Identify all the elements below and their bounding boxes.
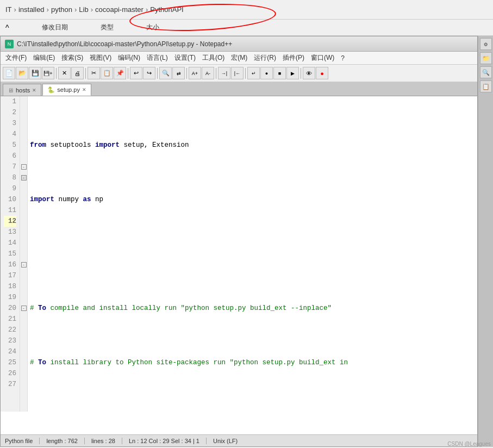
- line-num-2: 2: [4, 107, 16, 118]
- line-num-16: 16: [4, 259, 16, 270]
- menu-run[interactable]: 运行(R): [251, 52, 279, 64]
- toolbar-print[interactable]: 🖨: [71, 67, 84, 79]
- breadcrumb-pythonapi[interactable]: PythonAPI: [150, 5, 183, 14]
- toolbar-macro-play[interactable]: ▶: [286, 67, 299, 79]
- toolbar-sep-8: [301, 68, 301, 79]
- breadcrumb-sep-3: ›: [74, 5, 77, 14]
- right-panel-btn-1[interactable]: ⚙: [480, 38, 492, 50]
- fold-7[interactable]: -: [20, 161, 27, 172]
- toolbar-sep-1: [56, 68, 57, 79]
- toolbar-save-all[interactable]: 💾+: [42, 67, 54, 79]
- breadcrumb-cocoapi[interactable]: cocoapi-master: [95, 5, 143, 14]
- breadcrumb-sep-4: ›: [91, 5, 93, 14]
- tab-setup-label: setup.py: [57, 86, 80, 93]
- code-area: 1 2 3 4 5 6 7 8 9 10 11 12 13 14 15 16 1…: [1, 96, 477, 412]
- menu-help[interactable]: ?: [338, 53, 347, 63]
- menu-language[interactable]: 语言(L): [144, 52, 171, 64]
- breadcrumb-sep-1: ›: [14, 5, 16, 14]
- line-num-24: 24: [4, 346, 16, 357]
- line-num-3: 3: [4, 118, 16, 129]
- npp-status-bar: Python file length : 762 lines : 28 Ln :…: [1, 434, 477, 446]
- toolbar-redo[interactable]: ↪: [143, 67, 155, 79]
- menu-plugins[interactable]: 插件(P): [280, 52, 307, 64]
- line-num-20: 20: [4, 303, 16, 314]
- menu-view[interactable]: 视图(V): [87, 52, 114, 64]
- code-line-5: # To install library to Python site-pack…: [30, 357, 477, 368]
- toolbar-wrap[interactable]: ↵: [247, 67, 260, 79]
- toolbar-macro-stop[interactable]: ■: [273, 67, 286, 79]
- right-panel-btn-2[interactable]: 📁: [480, 52, 492, 64]
- breadcrumb-it[interactable]: IT: [5, 5, 12, 14]
- file-explorer-toolbar: ^ 修改日期 类型 大小: [0, 20, 493, 36]
- npp-tabs: 🖥 hosts ✕ 🐍 setup.py ✕: [1, 82, 477, 96]
- menu-macro[interactable]: 宏(M): [228, 52, 250, 64]
- file-explorer-header: IT › installed › python › Lib › cocoapi-…: [0, 0, 493, 20]
- toolbar-cut[interactable]: ✂: [88, 67, 100, 79]
- toolbar-paste[interactable]: 📌: [114, 67, 126, 79]
- menu-file[interactable]: 文件(F): [3, 52, 29, 64]
- toolbar-new[interactable]: 📄: [3, 67, 15, 79]
- code-line-1: from setuptools import setup, Extension: [30, 140, 477, 151]
- fold-20[interactable]: -: [20, 303, 27, 314]
- toolbar-outdent[interactable]: |←: [231, 67, 244, 79]
- toolbar-sep-6: [216, 68, 216, 79]
- breadcrumb-lib[interactable]: Lib: [79, 5, 88, 14]
- toolbar-zoom-out[interactable]: A-: [202, 67, 214, 79]
- toolbar-sep-4: [157, 68, 158, 79]
- notepadpp-window: N C:\IT\installed\python\Lib\cocoapi-mas…: [0, 36, 478, 447]
- menu-edit[interactable]: 编辑(E): [30, 52, 58, 64]
- toolbar-zoom-in[interactable]: A+: [189, 67, 201, 79]
- npp-title-text: C:\IT\installed\python\Lib\cocoapi-maste…: [17, 40, 232, 48]
- menu-search[interactable]: 搜索(S): [59, 52, 86, 64]
- toolbar-sep-7: [245, 68, 246, 79]
- code-line-2: import numpy as np: [30, 194, 477, 205]
- tab-hosts-label: hosts: [16, 87, 30, 94]
- line-num-6: 6: [4, 151, 16, 161]
- fold-gutter: - - - -: [20, 96, 28, 412]
- line-num-11: 11: [4, 205, 16, 216]
- toolbar-undo[interactable]: ↩: [130, 67, 142, 79]
- code-content[interactable]: from setuptools import setup, Extension …: [28, 96, 477, 412]
- line-num-7: 7: [4, 161, 16, 172]
- toolbar-find[interactable]: 🔍: [159, 67, 172, 79]
- breadcrumb-python[interactable]: python: [51, 5, 72, 14]
- toolbar-eye[interactable]: 👁: [303, 67, 315, 79]
- toolbar-copy[interactable]: 📋: [101, 67, 113, 79]
- tab-setup-close[interactable]: ✕: [82, 87, 86, 92]
- right-panel-btn-4[interactable]: 📋: [480, 80, 492, 92]
- fold-16[interactable]: -: [20, 259, 27, 270]
- menu-window[interactable]: 窗口(W): [308, 52, 337, 64]
- up-arrow[interactable]: ^: [5, 23, 9, 32]
- toolbar-close[interactable]: ✕: [58, 67, 71, 79]
- toolbar-indent[interactable]: →|: [218, 67, 230, 79]
- code-line-4: # To compile and install locally run "py…: [30, 303, 477, 314]
- line-num-8: 8: [4, 172, 16, 183]
- toolbar-open[interactable]: 📂: [16, 67, 28, 79]
- toolbar-macro-rec[interactable]: ●: [260, 67, 273, 79]
- line-num-18: 18: [4, 281, 16, 292]
- tab-setup-py[interactable]: 🐍 setup.py ✕: [42, 84, 91, 96]
- tab-hosts-close[interactable]: ✕: [32, 88, 36, 93]
- npp-icon: N: [5, 40, 14, 48]
- menu-tools[interactable]: 工具(O): [199, 52, 227, 64]
- fold-8[interactable]: -: [20, 172, 27, 183]
- toolbar-sep-2: [85, 68, 86, 79]
- line-num-5: 5: [4, 140, 16, 151]
- csdn-watermark: CSDN @Leagues: [447, 441, 491, 447]
- menu-settings[interactable]: 设置(T): [172, 52, 198, 64]
- line-num-23: 23: [4, 335, 16, 346]
- menu-encoding[interactable]: 编码(N): [115, 52, 143, 64]
- line-num-22: 22: [4, 325, 16, 335]
- status-filetype: Python file: [5, 438, 40, 444]
- breadcrumb-installed[interactable]: installed: [18, 5, 45, 14]
- toolbar-replace[interactable]: ⇄: [172, 67, 185, 79]
- status-line-ending: Unix (LF): [213, 438, 238, 444]
- status-lines: lines : 28: [91, 438, 122, 444]
- toolbar-save[interactable]: 💾: [29, 67, 41, 79]
- line-num-17: 17: [4, 270, 16, 281]
- right-panel-btn-3[interactable]: 🔍: [480, 66, 492, 78]
- npp-title-bar: N C:\IT\installed\python\Lib\cocoapi-mas…: [1, 36, 477, 52]
- toolbar-red-dot[interactable]: ●: [316, 67, 328, 79]
- tab-hosts[interactable]: 🖥 hosts ✕: [3, 84, 41, 96]
- line-num-10: 10: [4, 194, 16, 205]
